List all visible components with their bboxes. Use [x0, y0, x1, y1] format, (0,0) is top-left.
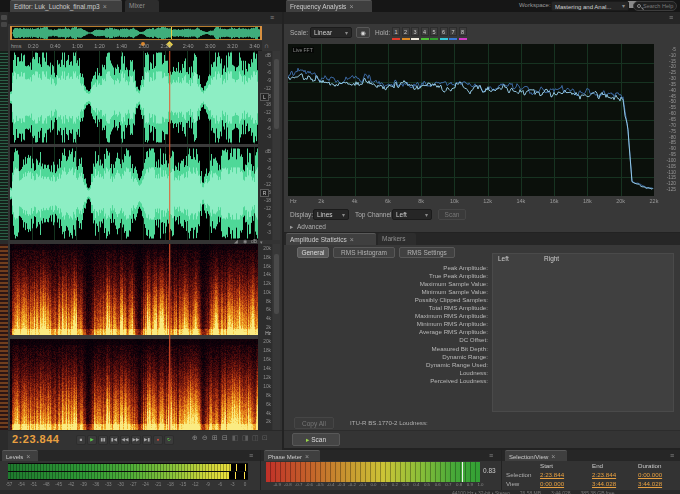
freq-db-tick: -65: [656, 117, 676, 122]
tab-editor[interactable]: Editor: Luk_Luchok_final.mp3×: [10, 0, 122, 12]
levels-panel-menu-icon[interactable]: ≡: [249, 451, 253, 461]
stats-row-label: Dynamic Range Used:: [300, 361, 488, 368]
overview-handle-right[interactable]: [260, 26, 262, 40]
advanced-label[interactable]: Advanced: [297, 223, 326, 230]
phase-meter-bar[interactable]: [266, 462, 480, 482]
fast-forward-button[interactable]: ▶▶: [131, 435, 141, 445]
pause-button[interactable]: ▮▮: [98, 435, 108, 445]
phase-panel-menu-icon[interactable]: ≡: [489, 451, 493, 461]
hold-button-5[interactable]: 5: [430, 27, 438, 36]
tab-markers[interactable]: Markers: [378, 233, 416, 245]
close-icon[interactable]: ×: [551, 453, 555, 460]
stats-bottom-bar: [284, 430, 680, 448]
selection-end[interactable]: 2:23.844: [592, 471, 616, 478]
view-end[interactable]: 3:44.028: [592, 480, 616, 487]
level-meter-bar[interactable]: [8, 472, 248, 479]
tab-frequency-analysis[interactable]: Frequency Analysis×: [286, 0, 372, 12]
play-button[interactable]: ▶: [87, 435, 97, 445]
spec-scrollbar[interactable]: [273, 244, 280, 430]
rewind-button[interactable]: ◀◀: [120, 435, 130, 445]
level-meter-bar[interactable]: [8, 464, 248, 471]
close-icon[interactable]: ×: [103, 3, 107, 10]
overview-handle-left[interactable]: [10, 26, 12, 40]
skip-to-start-button[interactable]: ▮◀: [109, 435, 119, 445]
zoom-out-amplitude-button[interactable]: ⊖: [202, 434, 208, 442]
view-start[interactable]: 0:00.000: [540, 480, 564, 487]
top-channel-dropdown[interactable]: ▾ Left: [392, 209, 432, 220]
waveform-display[interactable]: [10, 51, 258, 240]
levels-meters[interactable]: [8, 463, 248, 480]
selection-duration[interactable]: 0:00.000: [638, 471, 662, 478]
levels-scale-tick: -42: [65, 482, 77, 487]
freq-hz-tick: 8k: [414, 198, 428, 204]
tab-selection-view[interactable]: Selection/View×: [505, 450, 567, 461]
frequency-graph[interactable]: [288, 44, 654, 196]
levels-scale-tick: -36: [90, 482, 102, 487]
rail-chip-2[interactable]: [1, 22, 7, 27]
levels-scale-tick: -3: [227, 482, 239, 487]
tab-amplitude-statistics[interactable]: Amplitude Statistics×: [286, 233, 376, 245]
advanced-arrow-icon[interactable]: ▸: [290, 223, 293, 231]
hold-button-3[interactable]: 3: [411, 27, 419, 36]
close-icon[interactable]: ×: [350, 236, 354, 243]
zoom-full-button[interactable]: ⊡: [262, 434, 268, 442]
zoom-in-amplitude-button[interactable]: ⊕: [192, 434, 198, 442]
snapshot-button[interactable]: ◉: [356, 27, 370, 38]
tab-mixer[interactable]: Mixer: [125, 0, 159, 12]
ruler-tick: 3:00: [203, 43, 217, 49]
rail-chip-1[interactable]: [1, 15, 7, 20]
freq-db-tick: -80: [656, 135, 676, 140]
workspace-dropdown[interactable]: ▾ Mastering and Anal...: [551, 1, 629, 11]
scan-button[interactable]: ▸Scan: [292, 433, 340, 446]
zoom-selection-button[interactable]: ◫: [252, 434, 259, 442]
copy-all-button[interactable]: Copy All: [294, 417, 334, 429]
hold-button-4[interactable]: 4: [421, 27, 429, 36]
freq-scan-button[interactable]: Scan: [438, 209, 466, 220]
view-duration[interactable]: 3:44.028: [638, 480, 662, 487]
overview-waveform[interactable]: [11, 27, 261, 39]
scrollbar-handle[interactable]: [274, 59, 279, 129]
editor-panel-menu-icon[interactable]: ≡: [270, 13, 274, 23]
record-button[interactable]: ●: [153, 435, 163, 445]
selection-start[interactable]: 2:23.844: [540, 471, 564, 478]
tab-levels[interactable]: Levels×: [2, 450, 38, 461]
freq-hz-tick: 4k: [348, 198, 362, 204]
spec-freq-label: 12k: [258, 281, 271, 286]
hold-color-chip: [449, 38, 457, 40]
search-help-box[interactable]: Search Help: [633, 1, 677, 11]
channel-badge[interactable]: L: [260, 93, 269, 101]
hold-button-2[interactable]: 2: [402, 27, 410, 36]
loop-playback-button[interactable]: ↻: [164, 435, 174, 445]
close-icon[interactable]: ×: [305, 453, 309, 460]
wave-db-label: -6: [258, 70, 271, 75]
channel-badge[interactable]: R: [260, 189, 269, 197]
spec-scrollbar-handle[interactable]: [274, 254, 279, 314]
subtab-rms-histogram[interactable]: RMS Histogram: [333, 247, 395, 258]
adobe-audition-window: Adobe Audition Workspace: ▾ Mastering an…: [0, 0, 680, 494]
display-dropdown[interactable]: ▾ Lines: [313, 209, 349, 220]
hold-button-6[interactable]: 6: [440, 27, 448, 36]
freq-hz-tick: 12k: [481, 198, 495, 204]
hold-button-1[interactable]: 1: [392, 27, 400, 36]
scale-dropdown[interactable]: ▾ Linear: [310, 27, 352, 38]
close-icon[interactable]: ×: [26, 453, 30, 460]
subtab-general[interactable]: General: [297, 247, 329, 258]
editor-scrollbar[interactable]: [273, 51, 280, 240]
skip-to-end-button[interactable]: ▶▮: [142, 435, 152, 445]
hold-button-7[interactable]: 7: [449, 27, 457, 36]
headphones-icon[interactable]: ∩: [264, 41, 269, 51]
stop-button[interactable]: ■: [76, 435, 86, 445]
close-icon[interactable]: ×: [349, 3, 353, 10]
zoom-out-time-button[interactable]: ⊟: [222, 434, 228, 442]
zoom-selection-in-button[interactable]: ◧: [232, 434, 239, 442]
time-display[interactable]: 2:23.844: [12, 433, 59, 445]
wave-db-label: -12: [258, 206, 271, 211]
selview-panel-menu-icon[interactable]: ≡: [670, 451, 674, 461]
tab-phase-meter[interactable]: Phase Meter×: [264, 450, 320, 461]
zoom-selection-out-button[interactable]: ◨: [242, 434, 249, 442]
subtab-rms-settings[interactable]: RMS Settings: [399, 247, 455, 258]
zoom-in-time-button[interactable]: ⊞: [212, 434, 218, 442]
freq-panel-menu-icon[interactable]: ≡: [669, 13, 673, 23]
hold-button-8[interactable]: 8: [459, 27, 467, 36]
spectrogram-display[interactable]: [10, 244, 258, 430]
